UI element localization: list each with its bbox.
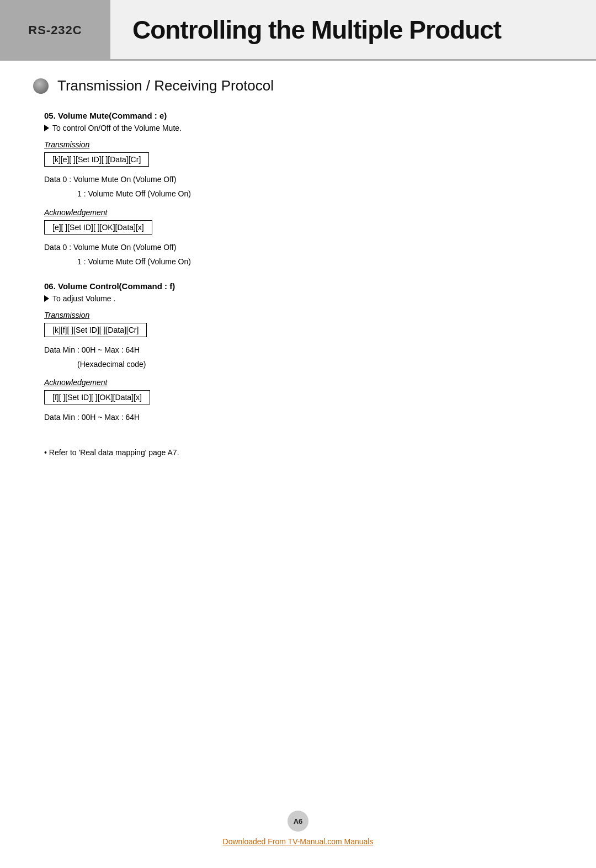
- command-05-desc: To control On/Off of the Volume Mute.: [44, 124, 552, 132]
- section-title: Transmission / Receiving Protocol: [57, 77, 274, 94]
- command-06-block: 06. Volume Control(Command : f) To adjus…: [44, 281, 552, 424]
- cmd05-ack-data-1: 1 : Volume Mute Off (Volume On): [44, 255, 552, 268]
- command-06-desc: To adjust Volume .: [44, 294, 552, 303]
- cmd05-ack-data-0: Data 0 : Volume Mute On (Volume Off): [44, 241, 552, 253]
- cmd05-tx-label: Transmission: [44, 140, 552, 149]
- page-footer: A6 Downloaded From TV-Manual.com Manuals: [0, 811, 596, 846]
- page-header: RS-232C Controlling the Multiple Product: [0, 0, 596, 61]
- cmd05-ack-code: [e][ ][Set ID][ ][OK][Data][x]: [44, 220, 152, 235]
- command-06-title: 06. Volume Control(Command : f): [44, 281, 552, 291]
- header-label: RS-232C: [28, 23, 82, 38]
- cmd05-ack-label: Acknowledgement: [44, 208, 552, 217]
- cmd06-ack-data-0: Data Min : 00H ~ Max : 64H: [44, 411, 552, 423]
- cmd06-tx-label: Transmission: [44, 311, 552, 319]
- header-title: Controlling the Multiple Product: [132, 15, 501, 45]
- cmd06-ack-label: Acknowledgement: [44, 378, 552, 387]
- cmd06-tx-code: [k][f][ ][Set ID][ ][Data][Cr]: [44, 323, 147, 337]
- footer-link[interactable]: Downloaded From TV-Manual.com Manuals: [223, 837, 374, 846]
- cmd05-tx-code: [k][e][ ][Set ID][ ][Data][Cr]: [44, 152, 149, 167]
- header-title-box: Controlling the Multiple Product: [110, 0, 596, 61]
- cmd06-tx-data-1: (Hexadecimal code): [44, 358, 552, 370]
- main-content: 05. Volume Mute(Command : e) To control …: [0, 111, 596, 457]
- refer-note: • Refer to 'Real data mapping' page A7.: [44, 448, 552, 457]
- cmd05-tx-data-1: 1 : Volume Mute Off (Volume On): [44, 188, 552, 200]
- cmd06-tx-data-0: Data Min : 00H ~ Max : 64H: [44, 344, 552, 356]
- section-header: Transmission / Receiving Protocol: [33, 77, 563, 94]
- command-05-title: 05. Volume Mute(Command : e): [44, 111, 552, 120]
- command-05-block: 05. Volume Mute(Command : e) To control …: [44, 111, 552, 268]
- page-number: A6: [288, 811, 308, 832]
- arrow-icon-2: [44, 295, 49, 302]
- cmd05-tx-data-0: Data 0 : Volume Mute On (Volume Off): [44, 173, 552, 185]
- section-bullet-icon: [33, 78, 49, 94]
- header-label-box: RS-232C: [0, 0, 110, 61]
- cmd06-ack-code: [f][ ][Set ID][ ][OK][Data][x]: [44, 390, 150, 404]
- arrow-icon: [44, 125, 49, 131]
